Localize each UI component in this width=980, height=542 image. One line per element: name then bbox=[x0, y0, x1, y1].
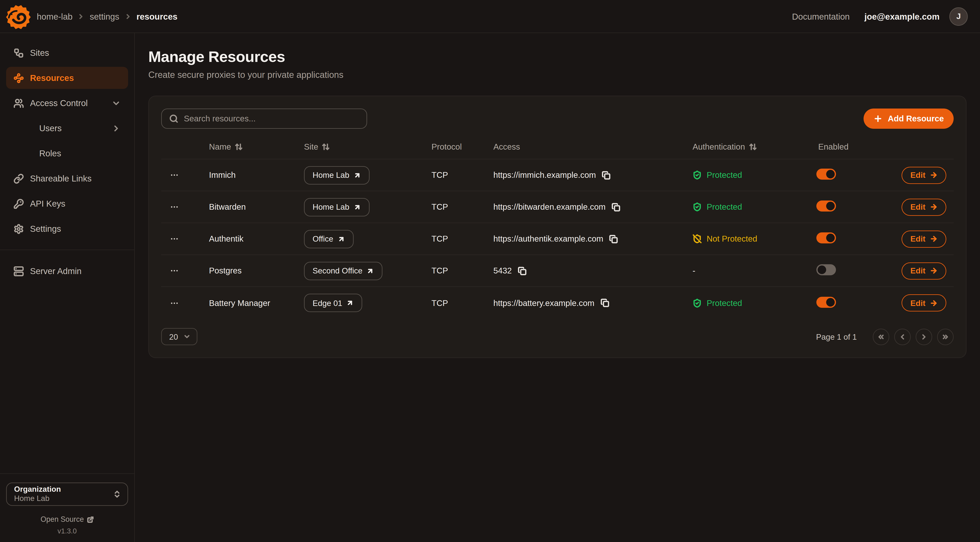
table-row: Immich Home Lab TCP https://immich.examp… bbox=[161, 159, 954, 191]
edit-button[interactable]: Edit bbox=[902, 294, 946, 311]
breadcrumb-settings[interactable]: settings bbox=[90, 11, 119, 21]
site-link[interactable]: Edge 01 bbox=[304, 294, 363, 312]
arrow-right-icon bbox=[930, 203, 938, 211]
sidebar-item-resources[interactable]: Resources bbox=[6, 67, 128, 89]
site-cell: Office bbox=[304, 230, 426, 248]
enabled-toggle[interactable] bbox=[816, 297, 836, 308]
last-page-button[interactable] bbox=[937, 328, 954, 345]
copy-button[interactable] bbox=[612, 203, 620, 211]
page-size-select[interactable]: 20 bbox=[161, 328, 197, 345]
protocol: TCP bbox=[426, 171, 485, 180]
chevron-down-icon bbox=[183, 333, 191, 340]
chevrons-up-down-icon bbox=[113, 490, 121, 499]
sidebar-item-api-keys[interactable]: API Keys bbox=[6, 193, 128, 215]
link-icon bbox=[13, 173, 24, 184]
access-cell: https://immich.example.com bbox=[485, 171, 684, 180]
sidebar-item-access-control[interactable]: Access Control bbox=[6, 92, 128, 114]
chevrons-right-icon bbox=[942, 333, 949, 341]
search-input[interactable] bbox=[184, 114, 359, 123]
auth-badge: Protected bbox=[692, 298, 813, 308]
organization-value: Home Lab bbox=[14, 494, 61, 504]
sidebar-item-label: Users bbox=[39, 123, 62, 133]
toggle-knob bbox=[826, 170, 835, 179]
sidebar-item-label: Access Control bbox=[30, 98, 88, 108]
chevron-left-icon bbox=[899, 333, 907, 341]
copy-button[interactable] bbox=[518, 266, 527, 275]
avatar[interactable]: J bbox=[949, 7, 968, 26]
resource-name: Immich bbox=[209, 171, 304, 180]
authentication-cell: Protected bbox=[684, 298, 813, 308]
row-actions-cell bbox=[161, 233, 209, 245]
enabled-cell bbox=[813, 169, 877, 182]
edit-button[interactable]: Edit bbox=[902, 198, 946, 215]
edit-button[interactable]: Edit bbox=[902, 262, 946, 279]
copy-button[interactable] bbox=[602, 171, 611, 179]
enabled-toggle[interactable] bbox=[816, 233, 836, 244]
row-actions-button[interactable] bbox=[167, 201, 181, 213]
edit-button[interactable]: Edit bbox=[902, 230, 946, 247]
access-cell: https://battery.example.com bbox=[485, 298, 684, 308]
column-header-site[interactable]: Site bbox=[304, 142, 426, 151]
site-name: Second Office bbox=[313, 266, 363, 275]
add-resource-button[interactable]: Add Resource bbox=[864, 108, 954, 129]
protocol: TCP bbox=[426, 202, 485, 212]
access-value: https://bitwarden.example.com bbox=[493, 202, 606, 212]
page-subtitle: Create secure proxies to your private ap… bbox=[148, 70, 967, 80]
protocol: TCP bbox=[426, 266, 485, 275]
enabled-toggle[interactable] bbox=[816, 201, 836, 212]
copy-button[interactable] bbox=[609, 234, 618, 243]
column-header-name[interactable]: Name bbox=[209, 142, 304, 151]
row-actions-button[interactable] bbox=[167, 265, 181, 277]
open-source-link[interactable]: Open Source bbox=[6, 515, 128, 524]
chevron-right-icon bbox=[920, 333, 928, 341]
row-actions-button[interactable] bbox=[167, 169, 181, 181]
resources-icon bbox=[13, 73, 24, 83]
copy-button[interactable] bbox=[600, 298, 609, 307]
site-link[interactable]: Office bbox=[304, 230, 353, 248]
column-label: Name bbox=[209, 142, 231, 151]
shield-check-icon bbox=[692, 298, 702, 308]
site-cell: Second Office bbox=[304, 261, 426, 280]
edit-button[interactable]: Edit bbox=[902, 167, 946, 184]
pager: Page 1 of 1 bbox=[816, 328, 954, 345]
row-actions-button[interactable] bbox=[167, 233, 181, 245]
column-label: Protocol bbox=[431, 142, 462, 151]
edit-cell: Edit bbox=[877, 198, 954, 215]
resource-name: Authentik bbox=[209, 234, 304, 244]
breadcrumb-org[interactable]: home-lab bbox=[37, 11, 73, 21]
column-header-authentication[interactable]: Authentication bbox=[684, 142, 813, 151]
enabled-toggle[interactable] bbox=[816, 169, 836, 180]
authentication-cell: Protected bbox=[684, 171, 813, 180]
sidebar-item-settings[interactable]: Settings bbox=[6, 218, 128, 240]
site-link[interactable]: Second Office bbox=[304, 261, 383, 280]
sidebar-item-label: Settings bbox=[30, 224, 61, 234]
organization-switcher[interactable]: Organization Home Lab bbox=[6, 483, 128, 506]
access-cell: 5432 bbox=[485, 266, 684, 275]
sidebar-item-roles[interactable]: Roles bbox=[6, 142, 128, 164]
user-email[interactable]: joe@example.com bbox=[864, 11, 940, 21]
first-page-button[interactable] bbox=[873, 328, 889, 345]
site-link[interactable]: Home Lab bbox=[304, 198, 369, 216]
arrow-right-icon bbox=[930, 171, 938, 179]
auth-status-label: Protected bbox=[706, 171, 742, 180]
access-value: https://battery.example.com bbox=[493, 298, 594, 308]
previous-page-button[interactable] bbox=[894, 328, 911, 345]
enabled-toggle[interactable] bbox=[816, 264, 836, 275]
site-link[interactable]: Home Lab bbox=[304, 166, 369, 184]
site-cell: Home Lab bbox=[304, 166, 426, 184]
table-header: Name Site Protocol Access Authentication bbox=[161, 135, 954, 159]
page-size-value: 20 bbox=[169, 332, 178, 341]
site-name: Edge 01 bbox=[313, 298, 342, 308]
sidebar-item-sites[interactable]: Sites bbox=[6, 42, 128, 64]
chevrons-left-icon bbox=[877, 333, 885, 341]
sidebar-item-shareable-links[interactable]: Shareable Links bbox=[6, 167, 128, 190]
documentation-link[interactable]: Documentation bbox=[792, 11, 850, 21]
copy-icon bbox=[600, 298, 609, 307]
sidebar-item-users[interactable]: Users bbox=[6, 117, 128, 139]
row-actions-button[interactable] bbox=[167, 297, 181, 309]
pangolin-logo-icon bbox=[5, 3, 32, 30]
search-icon bbox=[169, 114, 178, 123]
sidebar-item-server-admin[interactable]: Server Admin bbox=[6, 260, 128, 282]
next-page-button[interactable] bbox=[916, 328, 932, 345]
auth-badge: - bbox=[692, 266, 813, 275]
